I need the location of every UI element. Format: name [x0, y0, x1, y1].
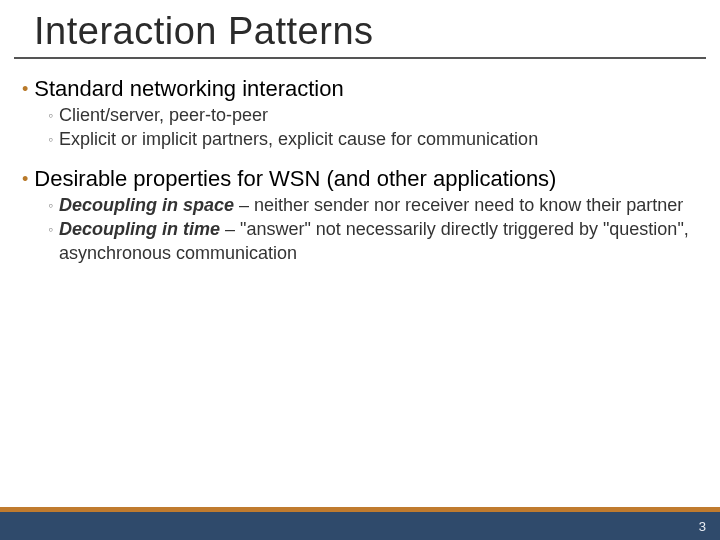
emphasis: Decoupling in time	[59, 219, 220, 239]
bullet-ring-icon: ◦	[48, 193, 53, 217]
bullet-text: Desirable properties for WSN (and other …	[34, 165, 556, 193]
bullet-level2: ◦ Client/server, peer-to-peer	[48, 103, 698, 127]
bullet-rest: – neither sender nor receiver need to kn…	[234, 195, 683, 215]
bullet-level1: • Standard networking interaction	[22, 75, 698, 103]
bullet-level2: ◦ Explicit or implicit partners, explici…	[48, 127, 698, 151]
bullet-ring-icon: ◦	[48, 217, 53, 241]
bullet-dot-icon: •	[22, 165, 28, 193]
bullet-level2: ◦ Decoupling in time – "answer" not nece…	[48, 217, 698, 265]
slide-title: Interaction Patterns	[14, 0, 706, 59]
footer-bar	[0, 512, 720, 540]
bullet-ring-icon: ◦	[48, 127, 53, 151]
bullet-text: Decoupling in time – "answer" not necess…	[59, 217, 698, 265]
bullet-text: Explicit or implicit partners, explicit …	[59, 127, 538, 151]
slide: Interaction Patterns • Standard networki…	[0, 0, 720, 540]
footer: 3	[0, 506, 720, 540]
bullet-text: Standard networking interaction	[34, 75, 343, 103]
bullet-text: Decoupling in space – neither sender nor…	[59, 193, 683, 217]
page-number: 3	[699, 519, 706, 534]
bullet-text: Client/server, peer-to-peer	[59, 103, 268, 127]
emphasis: Decoupling in space	[59, 195, 234, 215]
bullet-dot-icon: •	[22, 75, 28, 103]
slide-content: • Standard networking interaction ◦ Clie…	[0, 59, 720, 265]
bullet-ring-icon: ◦	[48, 103, 53, 127]
bullet-level1: • Desirable properties for WSN (and othe…	[22, 165, 698, 193]
bullet-level2: ◦ Decoupling in space – neither sender n…	[48, 193, 698, 217]
